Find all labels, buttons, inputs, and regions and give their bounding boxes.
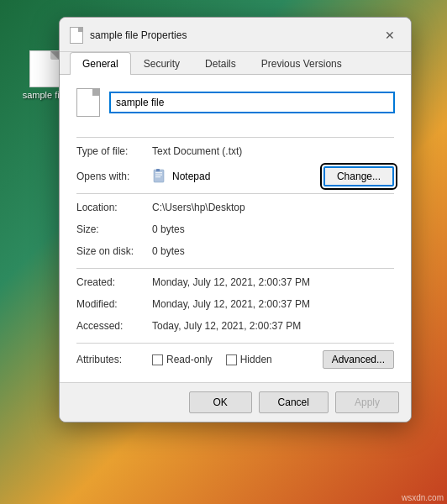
tabs-container: General Security Details Previous Versio… [60, 52, 411, 75]
size-value: 0 bytes [152, 223, 394, 235]
hidden-checkbox-item: Hidden [226, 354, 272, 365]
accessed-row: Accessed: Today, July 12, 2021, 2:00:37 … [76, 319, 394, 336]
footer: OK Cancel Apply [60, 382, 411, 422]
location-row: Location: C:\Users\hp\Desktop [76, 201, 394, 218]
separator-3 [76, 268, 394, 269]
content-area: Type of file: Text Document (.txt) Opens… [60, 75, 411, 382]
opens-with-row: Opens with: Notepad Change... [76, 166, 394, 186]
modified-row: Modified: Monday, July 12, 2021, 2:00:37… [76, 297, 394, 314]
readonly-checkbox[interactable] [152, 354, 163, 365]
svg-rect-2 [155, 175, 162, 176]
hidden-label[interactable]: Hidden [240, 354, 272, 365]
size-on-disk-value: 0 bytes [152, 244, 394, 257]
file-icon-large [76, 88, 100, 117]
modified-label: Modified: [76, 297, 152, 310]
svg-rect-3 [155, 176, 160, 177]
ok-button[interactable]: OK [189, 391, 252, 413]
notepad-icon [152, 169, 167, 184]
accessed-label: Accessed: [76, 319, 152, 332]
location-value: C:\Users\hp\Desktop [152, 201, 394, 213]
accessed-value: Today, July 12, 2021, 2:00:37 PM [152, 319, 394, 332]
location-label: Location: [76, 201, 152, 213]
created-row: Created: Monday, July 12, 2021, 2:00:37 … [76, 276, 394, 292]
apply-button[interactable]: Apply [335, 391, 399, 413]
opens-with-value: Notepad [152, 169, 323, 184]
size-label: Size: [76, 223, 152, 235]
watermark: wsxdn.com [402, 493, 444, 502]
title-bar: sample file Properties ✕ [60, 18, 411, 52]
filename-input[interactable] [110, 92, 394, 113]
tab-security[interactable]: Security [131, 52, 192, 75]
filename-row [76, 88, 394, 125]
readonly-label[interactable]: Read-only [166, 354, 213, 365]
checkboxes-container: Read-only Hidden [152, 354, 323, 365]
separator-4 [76, 343, 394, 344]
hidden-checkbox[interactable] [226, 354, 237, 365]
separator-2 [76, 193, 394, 194]
change-button[interactable]: Change... [323, 166, 394, 186]
close-button[interactable]: ✕ [379, 24, 401, 46]
size-on-disk-label: Size on disk: [76, 244, 152, 257]
tab-previous-versions[interactable]: Previous Versions [249, 52, 355, 75]
title-bar-file-icon [70, 27, 83, 44]
attributes-row: Attributes: Read-only Hidden Advanced... [76, 350, 394, 369]
attributes-label: Attributes: [76, 354, 152, 365]
type-row: Type of file: Text Document (.txt) [76, 144, 394, 161]
created-label: Created: [76, 276, 152, 288]
properties-dialog: sample file Properties ✕ General Securit… [59, 17, 412, 423]
desktop-file-icon-image [29, 50, 60, 87]
type-value: Text Document (.txt) [152, 144, 394, 157]
type-label: Type of file: [76, 144, 152, 157]
cancel-button[interactable]: Cancel [259, 391, 329, 413]
svg-rect-4 [156, 169, 160, 171]
title-bar-title: sample file Properties [90, 29, 187, 41]
svg-rect-0 [154, 170, 164, 182]
opens-with-app: Notepad [172, 171, 210, 182]
opens-with-label: Opens with: [76, 171, 152, 182]
size-on-disk-row: Size on disk: 0 bytes [76, 244, 394, 261]
advanced-button[interactable]: Advanced... [323, 350, 394, 369]
created-value: Monday, July 12, 2021, 2:00:37 PM [152, 276, 394, 288]
tab-general[interactable]: General [70, 52, 131, 75]
modified-value: Monday, July 12, 2021, 2:00:37 PM [152, 297, 394, 310]
title-bar-left: sample file Properties [70, 27, 187, 44]
readonly-checkbox-item: Read-only [152, 354, 213, 365]
separator-1 [76, 137, 394, 138]
svg-rect-1 [155, 172, 162, 173]
size-row: Size: 0 bytes [76, 223, 394, 239]
tab-details[interactable]: Details [192, 52, 249, 75]
